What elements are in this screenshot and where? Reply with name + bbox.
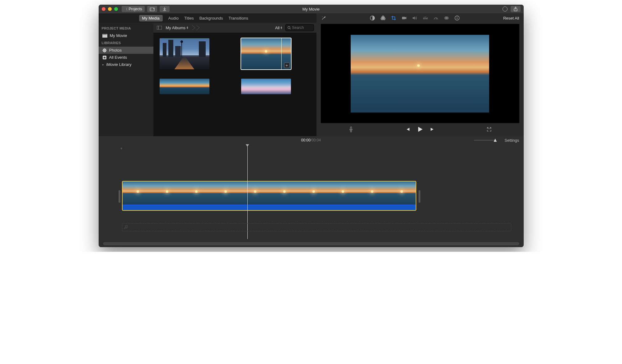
search-icon [288,26,291,30]
clip-trim-handle-right[interactable] [419,190,420,203]
sidebar-item-label: All Events [109,55,127,60]
enhance-button[interactable] [321,16,326,21]
noise-reduction-button[interactable] [423,16,428,20]
clip-trim-handle-left[interactable] [119,190,120,203]
breadcrumb-separator-icon [191,25,201,31]
sidebar-item-photos[interactable]: Photos [99,47,153,54]
add-to-timeline-button[interactable]: + [284,62,290,68]
info-button[interactable] [454,16,460,21]
clip-audio-waveform [123,205,416,210]
media-thumbnail[interactable] [241,79,291,94]
svg-rect-28 [457,18,457,19]
tab-audio[interactable]: Audio [168,16,179,21]
volume-button[interactable] [412,16,418,20]
disclosure-triangle-icon: ▸ [102,63,104,66]
timeline-header: 00:00 / 00:04 Settings [99,136,524,144]
album-label: My Albums [166,25,186,30]
svg-rect-14 [157,26,162,30]
svg-point-21 [381,16,385,19]
color-balance-button[interactable] [370,16,375,21]
clapperboard-icon [102,34,107,38]
tab-transitions[interactable]: Transitions [229,16,248,21]
media-thumbnail-selected[interactable]: + [241,38,291,69]
preview-image [351,35,489,113]
chevron-left-icon: 〈 [124,7,128,12]
stabilization-button[interactable] [401,16,407,20]
tab-my-media[interactable]: My Media [139,15,163,21]
sidebar-item-label: My Movie [110,33,127,38]
timeline-duration: 00:04 [311,138,321,142]
svg-line-17 [290,28,291,29]
up-down-chevron-icon: ▴▾ [281,26,282,29]
minimize-window-button[interactable] [108,7,112,11]
search-field[interactable] [285,24,314,31]
svg-point-25 [446,16,449,20]
media-grid: + [153,33,316,136]
sidebar-item-label: Photos [109,48,122,53]
audio-track-well[interactable] [122,223,511,231]
projects-back-label: Projects [129,7,142,11]
activity-indicator [503,7,507,12]
timeline-settings-button[interactable]: Settings [505,138,519,143]
crop-button[interactable] [391,16,396,21]
clip-filmstrip [123,182,416,205]
skimmer-line [281,38,282,69]
tab-backgrounds[interactable]: Backgrounds [199,16,223,21]
color-correction-button[interactable] [380,16,386,21]
fullscreen-window-button[interactable] [114,7,118,11]
sidebar-item-all-events[interactable]: All Events [99,54,153,61]
sidebar-item-label: iMovie Library [106,62,132,67]
sidebar-item-my-movie[interactable]: My Movie [99,32,153,39]
next-frame-button[interactable] [430,127,435,133]
sidebar: PROJECT MEDIA My Movie LIBRARIES Photos … [99,23,153,136]
media-panel: My Media Audio Titles Backgrounds Transi… [99,13,316,136]
tab-titles[interactable]: Titles [184,16,194,21]
sidebar-heading-project-media: PROJECT MEDIA [99,25,153,32]
filter-selector[interactable]: All ▴▾ [275,25,282,30]
window-controls [102,7,118,11]
svg-point-6 [104,51,105,53]
window-title: My Movie [302,7,320,12]
search-input[interactable] [292,25,310,30]
timeline-scrollbar[interactable] [103,242,519,245]
share-button[interactable] [511,6,521,12]
svg-point-16 [288,26,290,29]
toggle-sidebar-button[interactable] [156,24,163,31]
playback-controls [316,123,524,136]
voiceover-button[interactable] [349,127,353,133]
filter-label: All [275,25,279,30]
imovie-window: 〈 Projects My Movie My Media Audio Title… [99,5,524,247]
viewer-toolbar: Reset All [316,13,524,23]
svg-line-23 [436,18,437,20]
zoom-slider[interactable] [474,140,496,141]
fullscreen-button[interactable] [487,127,491,132]
import-media-button[interactable] [147,6,157,12]
svg-point-27 [457,17,457,17]
timeline-current-time: 00:00 [301,138,311,142]
timeline-clip[interactable] [122,181,416,211]
album-selector[interactable]: My Albums ▴▾ [166,25,189,30]
reset-all-button[interactable]: Reset All [503,16,519,21]
svg-point-4 [104,50,105,51]
media-browser: My Albums ▴▾ All ▴▾ [153,23,316,136]
clip-filter-button[interactable] [444,16,449,20]
viewer-canvas[interactable] [321,24,519,123]
svg-rect-22 [402,17,405,19]
play-button[interactable] [417,126,423,133]
prev-frame-button[interactable] [405,127,410,133]
close-window-button[interactable] [102,7,105,11]
sidebar-item-imovie-library[interactable]: ▸ iMovie Library [99,61,153,68]
media-thumbnail[interactable] [160,38,209,69]
browser-toolbar: My Albums ▴▾ All ▴▾ [153,23,316,33]
up-down-chevron-icon: ▴▾ [187,26,188,29]
download-button[interactable] [160,6,170,12]
star-icon [102,55,107,60]
timeline[interactable]: ▾ [99,144,524,247]
svg-point-8 [105,50,107,51]
projects-back-button[interactable]: 〈 Projects [122,6,145,12]
top-panel: My Media Audio Titles Backgrounds Transi… [99,13,524,136]
viewer-panel: Reset All [316,13,524,136]
music-note-icon [124,225,128,229]
media-thumbnail[interactable] [160,79,209,94]
speed-button[interactable] [433,16,439,20]
